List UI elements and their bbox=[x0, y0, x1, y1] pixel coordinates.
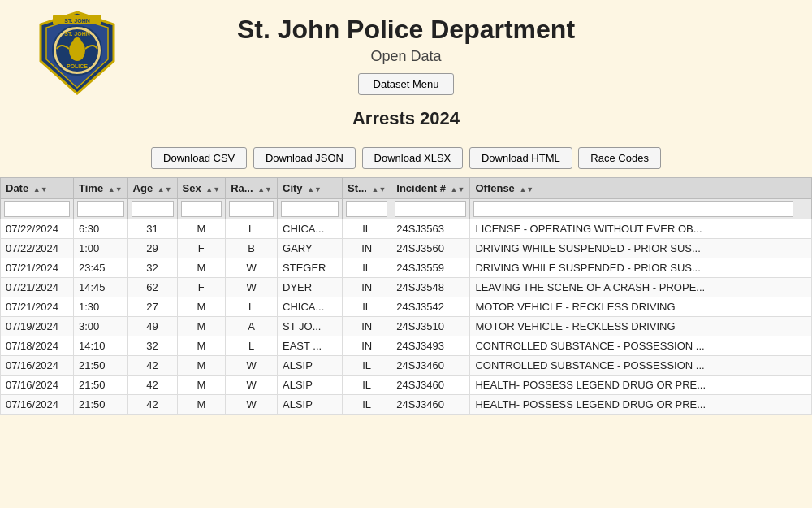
scroll-cell bbox=[797, 376, 812, 395]
cell-age: 42 bbox=[127, 395, 177, 415]
cell-city: EAST ... bbox=[278, 336, 343, 356]
dataset-menu-button[interactable]: Dataset Menu bbox=[358, 73, 455, 95]
department-logo: ST. JOHN POLICE ST. JOHN bbox=[32, 8, 122, 98]
cell-age: 42 bbox=[127, 376, 177, 395]
filter-race[interactable] bbox=[229, 201, 274, 217]
cell-time: 6:30 bbox=[74, 219, 128, 239]
scroll-cell bbox=[797, 239, 812, 258]
cell-city: DYER bbox=[278, 278, 343, 297]
col-header-sex[interactable]: Sex ▲▼ bbox=[177, 178, 226, 199]
cell-time: 23:45 bbox=[74, 258, 128, 278]
cell-race: L bbox=[226, 297, 278, 317]
filter-date[interactable] bbox=[4, 201, 70, 217]
cell-age: 32 bbox=[127, 258, 177, 278]
cell-date: 07/22/2024 bbox=[1, 239, 74, 258]
cell-date: 07/16/2024 bbox=[1, 356, 74, 376]
cell-race: W bbox=[226, 395, 278, 415]
svg-text:ST. JOHN: ST. JOHN bbox=[64, 18, 90, 24]
table-row: 07/19/20243:0049MAST JO...IN24SJ3510MOTO… bbox=[1, 317, 812, 336]
cell-date: 07/19/2024 bbox=[1, 317, 74, 336]
cell-offense: HEALTH- POSSESS LEGEND DRUG OR PRE... bbox=[470, 395, 797, 415]
filter-sex[interactable] bbox=[181, 201, 222, 217]
cell-offense: CONTROLLED SUBSTANCE - POSSESSION ... bbox=[470, 336, 797, 356]
table-row: 07/22/20246:3031MLCHICA...IL24SJ3563LICE… bbox=[1, 219, 812, 239]
filter-time[interactable] bbox=[77, 201, 124, 217]
toolbar: Download CSV Download JSON Download XLSX… bbox=[0, 147, 812, 169]
cell-date: 07/21/2024 bbox=[1, 258, 74, 278]
cell-offense: LEAVING THE SCENE OF A CRASH - PROPE... bbox=[470, 278, 797, 297]
cell-sex: M bbox=[177, 356, 226, 376]
cell-race: W bbox=[226, 258, 278, 278]
filter-age[interactable] bbox=[132, 201, 174, 217]
table-row: 07/21/202414:4562FWDYERIN24SJ3548LEAVING… bbox=[1, 278, 812, 297]
svg-text:POLICE: POLICE bbox=[67, 63, 88, 69]
cell-offense: MOTOR VEHICLE - RECKLESS DRIVING bbox=[470, 317, 797, 336]
table-row: 07/16/202421:5042MWALSIPIL24SJ3460HEALTH… bbox=[1, 376, 812, 395]
cell-sex: F bbox=[177, 278, 226, 297]
scroll-cell bbox=[797, 278, 812, 297]
cell-time: 21:50 bbox=[74, 356, 128, 376]
col-header-date[interactable]: Date ▲▼ bbox=[1, 178, 74, 199]
cell-date: 07/22/2024 bbox=[1, 219, 74, 239]
cell-offense: MOTOR VEHICLE - RECKLESS DRIVING bbox=[470, 297, 797, 317]
cell-time: 21:50 bbox=[74, 376, 128, 395]
col-header-time[interactable]: Time ▲▼ bbox=[74, 178, 128, 199]
cell-time: 3:00 bbox=[74, 317, 128, 336]
col-header-race[interactable]: Ra... ▲▼ bbox=[226, 178, 278, 199]
cell-date: 07/16/2024 bbox=[1, 395, 74, 415]
scroll-cell bbox=[797, 258, 812, 278]
table-row: 07/16/202421:5042MWALSIPIL24SJ3460HEALTH… bbox=[1, 395, 812, 415]
filter-offense[interactable] bbox=[473, 201, 793, 217]
cell-age: 49 bbox=[127, 317, 177, 336]
cell-sex: M bbox=[177, 317, 226, 336]
cell-offense: CONTROLLED SUBSTANCE - POSSESSION ... bbox=[470, 356, 797, 376]
cell-race: W bbox=[226, 278, 278, 297]
col-header-age[interactable]: Age ▲▼ bbox=[127, 178, 177, 199]
race-codes-button[interactable]: Race Codes bbox=[578, 147, 661, 169]
cell-race: W bbox=[226, 376, 278, 395]
download-csv-button[interactable]: Download CSV bbox=[151, 147, 247, 169]
filter-incident[interactable] bbox=[395, 201, 466, 217]
cell-city: GARY bbox=[278, 239, 343, 258]
sort-race-icon: ▲▼ bbox=[257, 185, 272, 193]
column-headers: Date ▲▼ Time ▲▼ Age ▲▼ Sex ▲▼ Ra... ▲▼ C… bbox=[1, 178, 812, 199]
table-row: 07/21/20241:3027MLCHICA...IL24SJ3542MOTO… bbox=[1, 297, 812, 317]
col-header-incident[interactable]: Incident # ▲▼ bbox=[391, 178, 470, 199]
arrests-table: Date ▲▼ Time ▲▼ Age ▲▼ Sex ▲▼ Ra... ▲▼ C… bbox=[0, 177, 812, 415]
download-json-button[interactable]: Download JSON bbox=[253, 147, 356, 169]
cell-race: L bbox=[226, 219, 278, 239]
cell-state: IL bbox=[343, 395, 391, 415]
cell-time: 14:10 bbox=[74, 336, 128, 356]
col-header-state[interactable]: St... ▲▼ bbox=[343, 178, 391, 199]
cell-city: ALSIP bbox=[278, 356, 343, 376]
cell-age: 42 bbox=[127, 356, 177, 376]
cell-incident: 24SJ3563 bbox=[391, 219, 470, 239]
cell-incident: 24SJ3460 bbox=[391, 356, 470, 376]
cell-state: IN bbox=[343, 239, 391, 258]
cell-city: CHICA... bbox=[278, 219, 343, 239]
cell-sex: M bbox=[177, 297, 226, 317]
filter-city[interactable] bbox=[281, 201, 339, 217]
cell-race: W bbox=[226, 356, 278, 376]
cell-incident: 24SJ3510 bbox=[391, 317, 470, 336]
col-header-offense[interactable]: Offense ▲▼ bbox=[470, 178, 797, 199]
sort-state-icon: ▲▼ bbox=[371, 185, 386, 193]
cell-offense: DRIVING WHILE SUSPENDED - PRIOR SUS... bbox=[470, 258, 797, 278]
cell-state: IN bbox=[343, 278, 391, 297]
cell-incident: 24SJ3559 bbox=[391, 258, 470, 278]
cell-state: IN bbox=[343, 336, 391, 356]
col-header-city[interactable]: City ▲▼ bbox=[278, 178, 343, 199]
cell-time: 1:00 bbox=[74, 239, 128, 258]
download-html-button[interactable]: Download HTML bbox=[469, 147, 572, 169]
table-row: 07/16/202421:5042MWALSIPIL24SJ3460CONTRO… bbox=[1, 356, 812, 376]
filter-state[interactable] bbox=[346, 201, 387, 217]
open-data-label: Open Data bbox=[8, 48, 804, 65]
cell-offense: LICENSE - OPERATING WITHOUT EVER OB... bbox=[470, 219, 797, 239]
cell-sex: M bbox=[177, 336, 226, 356]
sort-time-icon: ▲▼ bbox=[108, 185, 123, 193]
cell-state: IN bbox=[343, 317, 391, 336]
table-row: 07/21/202423:4532MWSTEGERIL24SJ3559DRIVI… bbox=[1, 258, 812, 278]
sort-sex-icon: ▲▼ bbox=[205, 185, 220, 193]
download-xlsx-button[interactable]: Download XLSX bbox=[362, 147, 464, 169]
scroll-cell bbox=[797, 297, 812, 317]
